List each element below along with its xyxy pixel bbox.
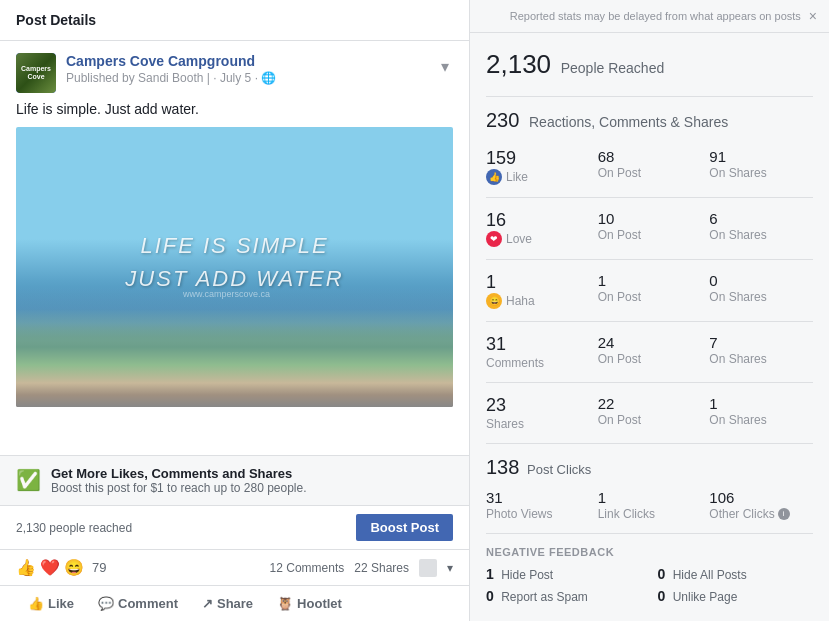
shares-on-post-cell: 22 On Post (598, 395, 702, 431)
share-action-icon: ↗ (202, 596, 213, 611)
comments-stat-cell: 31 Comments (486, 334, 590, 370)
stats-area: 2,130 People Reached 230 Reactions, Comm… (470, 33, 829, 621)
like-stat-num: 159 (486, 148, 516, 169)
post-card: CampersCove Campers Cove Campground Publ… (0, 41, 469, 455)
like-stat-cell: 159 👍 Like (486, 148, 590, 185)
action-bar: 👍 Like 💬 Comment ↗ Share 🦉 Hootlet (0, 586, 469, 621)
avatar: CampersCove (16, 53, 56, 93)
author-details: Campers Cove Campground Published by San… (66, 53, 276, 85)
haha-label: Haha (506, 294, 535, 308)
hootlet-action-button[interactable]: 🦉 Hootlet (265, 590, 354, 617)
comments-on-shares-cell: 7 On Shares (709, 334, 813, 370)
share-thumbnail-icon (419, 559, 437, 577)
reactions-bar: 👍 ❤️ 😄 79 12 Comments 22 Shares ▾ (0, 550, 469, 586)
author-name[interactable]: Campers Cove Campground (66, 53, 276, 69)
reaction-emojis: 👍 ❤️ 😄 79 (16, 558, 106, 577)
post-image: LIFE IS SIMPLE JUST ADD WATER www.camper… (16, 127, 453, 407)
share-action-button[interactable]: ↗ Share (190, 590, 265, 617)
boost-button[interactable]: Boost Post (356, 514, 453, 541)
post-image-watermark: www.camperscove.ca (183, 289, 270, 299)
love-label: Love (506, 232, 532, 246)
divider-4 (486, 321, 813, 322)
hide-all-label: Hide All Posts (673, 568, 747, 582)
people-reached-num: 2,130 (486, 49, 551, 79)
shares-on-post-num: 22 (598, 395, 702, 412)
author-info: CampersCove Campers Cove Campground Publ… (16, 53, 276, 93)
dropdown-arrow-small[interactable]: ▾ (447, 561, 453, 575)
boost-text: Get More Likes, Comments and Shares Boos… (51, 466, 307, 495)
people-reached-stat-label: People Reached (561, 60, 665, 76)
boost-cta: Get More Likes, Comments and Shares (51, 466, 307, 481)
divider-3 (486, 259, 813, 260)
love-on-shares-num: 6 (709, 210, 813, 227)
like-action-button[interactable]: 👍 Like (16, 590, 86, 617)
comment-action-button[interactable]: 💬 Comment (86, 590, 190, 617)
spam-item: 0 Report as Spam (486, 588, 642, 604)
comments-on-post-label: On Post (598, 352, 702, 366)
haha-label-row: 😄 Haha (486, 293, 590, 309)
haha-on-post-label: On Post (598, 290, 702, 304)
shares-label: Shares (486, 417, 590, 431)
hide-all-item: 0 Hide All Posts (658, 566, 814, 582)
hide-post-num: 1 (486, 566, 494, 582)
comment-action-icon: 💬 (98, 596, 114, 611)
wave-area (16, 287, 453, 407)
divider-6 (486, 443, 813, 444)
other-clicks-info-icon[interactable]: i (778, 508, 790, 520)
spam-label: Report as Spam (501, 590, 588, 604)
post-dropdown-arrow[interactable]: ▾ (437, 53, 453, 80)
photo-views-label: Photo Views (486, 507, 590, 521)
shares-count: 22 Shares (354, 561, 409, 575)
like-label: Like (506, 170, 528, 184)
hide-all-num: 0 (658, 566, 666, 582)
comments-on-post-cell: 24 On Post (598, 334, 702, 370)
other-clicks-num: 106 (709, 489, 734, 506)
hide-post-item: 1 Hide Post (486, 566, 642, 582)
other-clicks-cell: 106 Other Clicks i (709, 489, 813, 521)
divider-5 (486, 382, 813, 383)
people-reached-stat: 2,130 People Reached (486, 49, 813, 80)
post-clicks-row: 138 Post Clicks (486, 456, 813, 479)
divider-7 (486, 533, 813, 534)
like-stat-row: 159 👍 Like 68 On Post 91 On Shares (486, 148, 813, 185)
reactions-total-label: Reactions, Comments & Shares (529, 114, 728, 130)
link-clicks-cell: 1 Link Clicks (598, 489, 702, 521)
haha-stat-row: 1 😄 Haha 1 On Post 0 On Shares (486, 272, 813, 309)
post-stats-bar: 2,130 people reached Boost Post (0, 506, 469, 550)
reaction-count: 79 (92, 560, 106, 575)
boost-section: ✅ Get More Likes, Comments and Shares Bo… (0, 455, 469, 506)
love-label-row: ❤ Love (486, 231, 590, 247)
post-details-header: Post Details (0, 0, 469, 41)
haha-on-shares-num: 0 (709, 272, 813, 289)
shares-on-shares-cell: 1 On Shares (709, 395, 813, 431)
boost-sub: Boost this post for $1 to reach up to 28… (51, 481, 307, 495)
unlike-item: 0 Unlike Page (658, 588, 814, 604)
love-emoji: ❤️ (40, 558, 60, 577)
author-meta: Published by Sandi Booth | · July 5 · 🌐 (66, 71, 276, 85)
post-text: Life is simple. Just add water. (16, 101, 453, 117)
post-clicks-label: Post Clicks (527, 462, 591, 477)
other-clicks-label: Other Clicks (709, 507, 774, 521)
shares-on-shares-label: On Shares (709, 413, 813, 427)
spam-num: 0 (486, 588, 494, 604)
like-on-shares-num: 91 (709, 148, 813, 165)
like-on-post-cell: 68 On Post (598, 148, 702, 185)
haha-stat-num: 1 (486, 272, 590, 293)
close-notice-button[interactable]: × (809, 8, 817, 24)
unlike-label: Unlike Page (673, 590, 738, 604)
love-reaction-icon: ❤ (486, 231, 502, 247)
post-image-text: LIFE IS SIMPLE JUST ADD WATER (125, 229, 343, 295)
like-reaction-row: 159 (486, 148, 590, 169)
like-label-row: 👍 Like (486, 169, 590, 185)
haha-on-shares-cell: 0 On Shares (709, 272, 813, 309)
haha-on-post-cell: 1 On Post (598, 272, 702, 309)
like-on-post-num: 68 (598, 148, 702, 165)
divider-1 (486, 96, 813, 97)
hide-post-label: Hide Post (501, 568, 553, 582)
comments-stat-num: 31 (486, 334, 590, 355)
love-stat-row: 16 ❤ Love 10 On Post 6 On Shares (486, 210, 813, 247)
shares-stat-cell: 23 Shares (486, 395, 590, 431)
haha-reaction-icon: 😄 (486, 293, 502, 309)
haha-on-shares-label: On Shares (709, 290, 813, 304)
comments-count: 12 Comments (270, 561, 345, 575)
